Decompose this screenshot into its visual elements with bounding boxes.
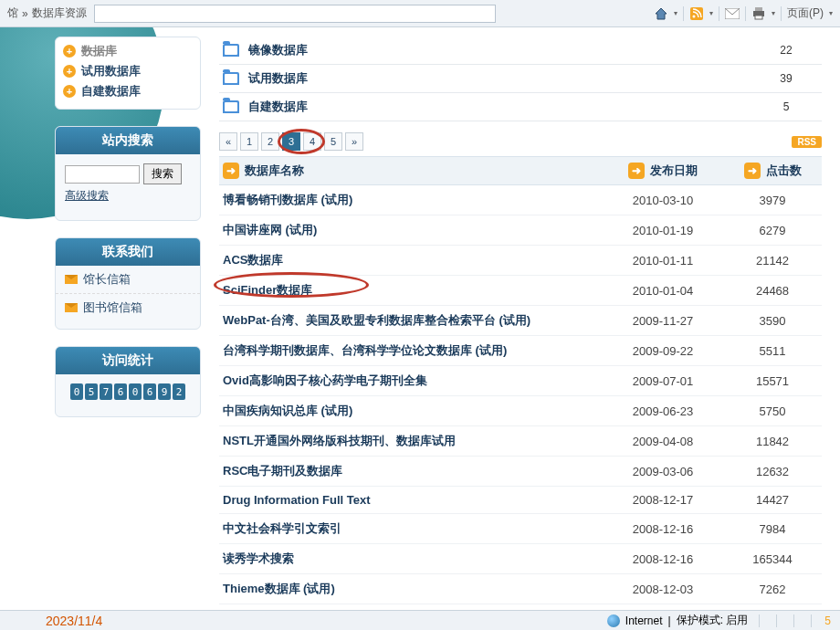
sidebar-item[interactable]: +自建数据库 <box>63 81 193 101</box>
publish-date: 2009-04-08 <box>599 433 727 449</box>
home-icon[interactable] <box>654 6 668 21</box>
category-row: 镜像数据库22 <box>219 37 822 65</box>
page-link[interactable]: 5 <box>324 132 342 151</box>
category-row: 自建数据库5 <box>219 93 822 121</box>
divider <box>745 6 746 21</box>
dropdown-icon[interactable]: ▾ <box>674 9 677 17</box>
slide-number: 5 <box>824 614 831 627</box>
db-link[interactable]: Thieme数据库 (试用) <box>223 581 335 597</box>
svg-point-1 <box>693 15 696 17</box>
category-row: 试用数据库39 <box>219 65 822 93</box>
publish-date: 2009-09-22 <box>599 342 727 359</box>
page-link[interactable]: « <box>219 132 237 151</box>
folder-icon <box>223 72 239 85</box>
dropdown-icon[interactable]: ▾ <box>829 9 833 17</box>
hit-count: 15571 <box>727 373 818 389</box>
search-button[interactable]: 搜索 <box>143 163 182 184</box>
plus-icon: + <box>63 85 76 98</box>
rss-icon[interactable] <box>689 6 704 21</box>
db-link[interactable]: 读秀学术搜索 <box>223 551 294 567</box>
page-link[interactable]: » <box>345 132 363 151</box>
hit-count: 7262 <box>727 581 818 597</box>
pagination: «12345» <box>219 132 363 151</box>
sidebar-item[interactable]: +试用数据库 <box>63 61 193 81</box>
divider <box>719 6 719 21</box>
db-link[interactable]: 中文社会科学引文索引 <box>223 520 341 537</box>
publish-date: 2010-01-04 <box>599 282 727 299</box>
table-row: ACS数据库2010-01-1121142 <box>219 246 822 276</box>
divider <box>683 6 684 21</box>
db-link[interactable]: 博看畅销刊数据库 (试用) <box>223 192 352 208</box>
rss-badge[interactable]: RSS <box>792 136 822 148</box>
breadcrumb-part[interactable]: 数据库资源 <box>32 5 87 21</box>
panel-title: 站内搜索 <box>56 127 200 154</box>
search-panel: 站内搜索 搜索 高级搜索 <box>55 126 201 221</box>
contact-panel: 联系我们 馆长信箱图书馆信箱 <box>55 237 201 330</box>
mail-icon <box>65 275 78 284</box>
col-name-header[interactable]: 数据库名称 <box>245 163 304 179</box>
contact-link[interactable]: 图书馆信箱 <box>56 293 200 321</box>
advanced-search-link[interactable]: 高级搜索 <box>65 188 191 204</box>
folder-icon <box>223 44 239 57</box>
globe-icon <box>607 614 620 627</box>
category-count: 22 <box>754 44 818 57</box>
table-row: NSTL开通国外网络版科技期刊、数据库试用2009-04-0811842 <box>219 426 822 457</box>
hit-count: 24468 <box>727 282 818 299</box>
hit-count: 14427 <box>727 493 818 507</box>
db-link[interactable]: WebPat-台湾、美国及欧盟专利数据库整合检索平台 (试用) <box>223 312 530 329</box>
stats-panel: 访问统计 05760692 <box>55 346 201 417</box>
publish-date: 2008-12-17 <box>599 493 727 507</box>
dropdown-icon[interactable]: ▾ <box>709 9 713 17</box>
category-link[interactable]: 自建数据库 <box>248 99 754 115</box>
page-link[interactable]: 3 <box>282 132 300 151</box>
hit-count: 7984 <box>727 520 818 537</box>
hit-count: 5511 <box>727 342 818 359</box>
db-link[interactable]: RSC电子期刊及数据库 <box>223 463 342 479</box>
page-link[interactable]: 2 <box>261 132 279 151</box>
arrow-icon: ➜ <box>628 163 645 179</box>
hit-count: 11842 <box>727 433 818 449</box>
sidebar-item[interactable]: +数据库 <box>63 41 193 61</box>
db-link[interactable]: Drug Information Full Text <box>223 493 371 507</box>
category-link[interactable]: 镜像数据库 <box>248 42 754 58</box>
plus-icon: + <box>63 65 76 78</box>
counter-digit: 2 <box>173 383 185 400</box>
db-link[interactable]: NSTL开通国外网络版科技期刊、数据库试用 <box>223 433 456 449</box>
col-date-header[interactable]: 发布日期 <box>650 163 698 179</box>
page-link[interactable]: 1 <box>240 132 258 151</box>
nav-label: 自建数据库 <box>81 83 141 100</box>
page-menu[interactable]: 页面(P) <box>787 5 824 21</box>
counter-digit: 6 <box>114 383 127 400</box>
category-link[interactable]: 试用数据库 <box>248 70 754 87</box>
panel-title: 访问统计 <box>56 347 200 374</box>
counter-digit: 7 <box>100 383 112 400</box>
page-link[interactable]: 4 <box>303 132 321 151</box>
address-box[interactable] <box>94 5 496 23</box>
table-row: 中国疾病知识总库 (试用)2009-06-235750 <box>219 396 822 426</box>
db-link[interactable]: 中国疾病知识总库 (试用) <box>223 403 352 419</box>
counter-digit: 5 <box>85 383 98 400</box>
search-input[interactable] <box>65 165 140 184</box>
dropdown-icon[interactable]: ▾ <box>772 9 775 17</box>
db-link[interactable]: 中国讲座网 (试用) <box>223 222 317 238</box>
mail-icon[interactable] <box>725 6 740 21</box>
nav-panel: +数据库+试用数据库+自建数据库 <box>55 37 201 110</box>
publish-date: 2010-03-10 <box>599 192 727 208</box>
table-row: Ovid高影响因子核心药学电子期刊全集2009-07-0115571 <box>219 366 822 396</box>
visit-counter: 05760692 <box>56 374 200 409</box>
db-link[interactable]: SciFinder数据库 <box>223 282 312 299</box>
security-zone: Internet <box>625 614 663 627</box>
contact-label: 图书馆信箱 <box>83 299 142 316</box>
publish-date: 2009-11-27 <box>599 312 727 329</box>
db-link[interactable]: 台湾科学期刊数据库、台湾科学学位论文数据库 (试用) <box>223 342 507 359</box>
col-hits-header[interactable]: 点击数 <box>766 163 802 179</box>
hit-count: 6279 <box>727 222 818 238</box>
db-link[interactable]: Ovid高影响因子核心药学电子期刊全集 <box>223 373 427 389</box>
counter-digit: 6 <box>143 383 156 400</box>
print-icon[interactable] <box>751 6 766 21</box>
publish-date: 2008-12-16 <box>599 520 727 537</box>
table-header: ➜数据库名称 ➜发布日期 ➜点击数 <box>219 156 822 185</box>
db-link[interactable]: ACS数据库 <box>223 252 283 268</box>
contact-link[interactable]: 馆长信箱 <box>56 266 200 293</box>
plus-icon: + <box>63 45 76 58</box>
